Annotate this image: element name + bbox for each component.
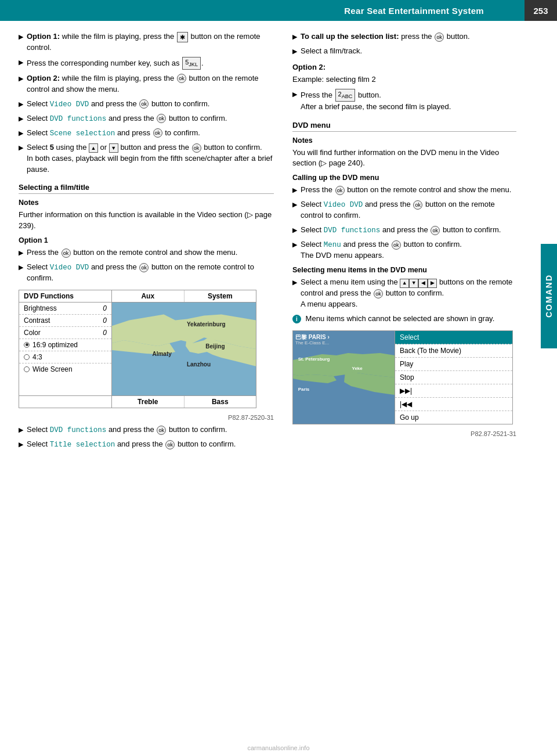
contrast-value: 0	[103, 316, 107, 325]
menu-label: Menu	[324, 241, 341, 249]
ok-button: ok	[139, 263, 149, 272]
contrast-label: Contrast	[24, 316, 103, 325]
ok-button: ok	[157, 114, 166, 123]
option1-label: Option 1	[19, 236, 274, 244]
bullet-text: i Menu items which cannot be selected ar…	[292, 314, 516, 325]
nav-up: ▲	[400, 279, 409, 288]
treble-label: Treble	[112, 396, 185, 408]
option2-label: Option 2:	[292, 63, 516, 71]
arrow-icon: ▶	[19, 74, 23, 84]
ok-button: ok	[435, 33, 444, 42]
arrow-icon: ▶	[19, 440, 23, 449]
dvd-menu-image: 巴黎 PARIS › The E-Class E... St. Petersbu…	[293, 331, 395, 424]
arrow-icon: ▶	[19, 114, 23, 124]
city-almaty: Almaty	[152, 351, 171, 357]
notes-text-r: You will find further information on the…	[292, 147, 516, 170]
down-button: ▼	[109, 143, 118, 153]
radio-169	[24, 342, 30, 348]
map-image: Yekaterinburg Almaty Beijing Lanzhou	[112, 303, 256, 395]
arrow-icon: ▶	[19, 33, 23, 42]
widescreen-label: Wide Screen	[32, 365, 73, 373]
bass-label: Bass	[185, 396, 256, 408]
contrast-row: Contrast 0	[19, 315, 111, 327]
ok-button: ok	[335, 186, 345, 195]
menu-item-stop[interactable]: Stop	[395, 371, 512, 384]
bullet-text: Select DVD functions and press the ok bu…	[27, 424, 274, 435]
header-title: Rear Seat Entertainment System	[0, 6, 525, 16]
fig-caption-1: P82.87-2520-31	[19, 414, 274, 421]
bullet-text: Select Title selection and press the ok …	[27, 439, 274, 450]
dvd-functions-label: DVD functions	[324, 226, 381, 235]
menu-item-ff[interactable]: ▶▶|	[395, 384, 512, 398]
bullet-sel-menu: ▶ Select Menu and press the ok button to…	[292, 239, 516, 261]
notes-label-r: Notes	[292, 136, 516, 145]
arrow-icon: ▶	[292, 226, 297, 235]
dvd-functions-label: DVD functions	[50, 115, 107, 123]
bullet-opt2: ▶ Option 2: while the film is playing, p…	[19, 73, 274, 95]
menu-item-goup[interactable]: Go up	[395, 411, 512, 424]
section-film-title: Selecting a film/title	[19, 183, 274, 194]
5jkl-button: 5JKL	[182, 57, 201, 70]
dvd-footer-right: Treble Bass	[112, 396, 256, 408]
bullet-press-ok: ▶ Press the ok button on the remote cont…	[19, 247, 274, 258]
right-column: ▶ To call up the selection list: press t…	[284, 31, 540, 453]
ok-button: ok	[192, 143, 201, 153]
notes-text: Further information on this function is …	[19, 210, 274, 232]
bullet-press-ok-dvd: ▶ Press the ok button on the remote cont…	[292, 185, 516, 196]
scene-selection-label: Scene selection	[50, 129, 115, 138]
bullet-text: Press the corresponding number key, such…	[27, 57, 274, 70]
side-tab: COMAND	[541, 244, 557, 348]
169-row: 16:9 optimized	[19, 339, 111, 351]
brightness-label: Brightness	[24, 304, 103, 312]
dvd-footer-left	[19, 396, 112, 408]
menu-item-back[interactable]: Back (To the Movie)	[395, 344, 512, 358]
169-label: 16:9 optimized	[32, 341, 78, 349]
ok-button: ok	[431, 226, 440, 235]
video-dvd-label: Video DVD	[324, 201, 363, 209]
bullet-opt1: ▶ Option 1: while the film is playing, p…	[19, 31, 274, 53]
watermark: carmanualsonline.info	[247, 744, 309, 751]
color-label: Color	[24, 329, 103, 337]
arrow-icon: ▶	[19, 129, 23, 138]
arrow-icon: ▶	[292, 200, 297, 210]
bullet-info-gray: i Menu items which cannot be selected ar…	[292, 314, 516, 325]
arrow-icon: ▶	[19, 100, 23, 109]
43-row: 4:3	[19, 351, 111, 363]
bullet-text: To call up the selection list: press the…	[301, 31, 516, 42]
bullet-text: Press the 2ABC button.After a brief paus…	[301, 89, 516, 113]
bullet-sel-video: ▶ Select Video DVD and press the ok butt…	[19, 99, 274, 110]
color-value: 0	[103, 329, 107, 337]
bullet-text: Press the ok button on the remote contro…	[27, 247, 274, 258]
fig-caption-2: P82.87-2521-31	[292, 430, 516, 437]
city-yeke: Yeke	[352, 366, 363, 371]
brightness-row: Brightness 0	[19, 303, 111, 315]
city-stpetersburg: St. Petersburg	[298, 357, 330, 362]
dvd-footer: Treble Bass	[19, 395, 256, 408]
header-bar: Rear Seat Entertainment System 253	[0, 0, 557, 21]
menu-item-select[interactable]: Select	[395, 331, 512, 344]
nav-left: ◀	[418, 279, 428, 288]
system-header: System	[185, 290, 256, 302]
bullet-text: Select Menu and press the ok button to c…	[301, 239, 516, 261]
bullet-text: Select a menu item using the ▲▼◀▶ button…	[301, 277, 516, 310]
notes-label: Notes	[19, 199, 274, 207]
bullet-press-num: ▶ Press the corresponding number key, su…	[19, 57, 274, 70]
ok-button: ok	[62, 249, 71, 258]
up-button: ▲	[89, 143, 98, 153]
menu-item-rew[interactable]: |◀◀	[395, 398, 512, 411]
bullet-sel-dvd-func2: ▶ Select DVD functions and press the ok …	[19, 424, 274, 435]
bullet-text: Select Scene selection and press ok to c…	[27, 128, 274, 139]
ok-button: ok	[374, 289, 383, 298]
bullet-text: Select DVD functions and press the ok bu…	[301, 225, 516, 236]
video-dvd-label: Video DVD	[50, 100, 89, 109]
menu-item-play[interactable]: Play	[395, 358, 512, 371]
arrow-icon: ▶	[19, 143, 23, 153]
arrow-icon: ▶	[292, 33, 297, 42]
top-bullets: ▶ Option 1: while the film is playing, p…	[19, 31, 274, 175]
arrow-icon: ▶	[292, 240, 297, 250]
bullet-text: Option 1: while the film is playing, pre…	[27, 31, 274, 53]
widescreen-row: Wide Screen	[19, 363, 111, 375]
nav-down: ▼	[409, 279, 418, 288]
bullet-sel-nav: ▶ Select a menu item using the ▲▼◀▶ butt…	[292, 277, 516, 310]
ok-button: ok	[157, 426, 166, 435]
